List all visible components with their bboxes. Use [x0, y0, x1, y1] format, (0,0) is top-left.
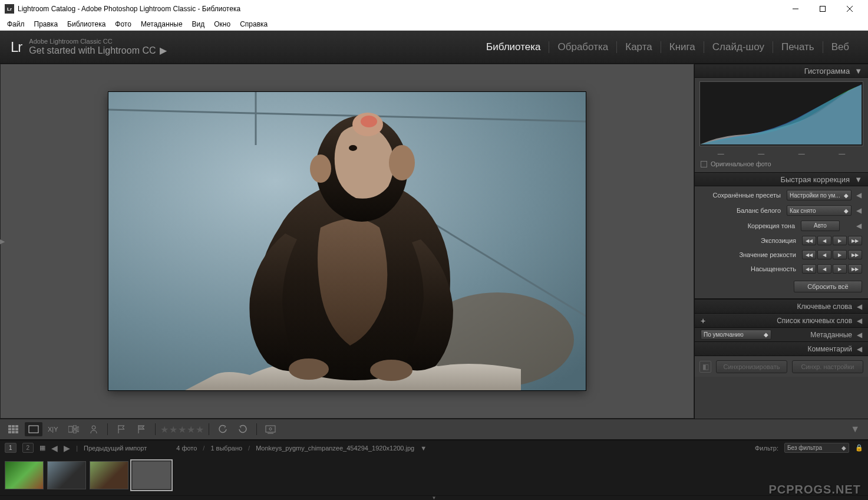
svg-text:X|Y: X|Y: [48, 426, 58, 433]
sync-settings-button[interactable]: Синхр. настройки: [792, 360, 863, 373]
svg-point-15: [289, 358, 329, 380]
menu-library[interactable]: Библиотека: [62, 18, 110, 30]
filmstrip[interactable]: [0, 455, 868, 495]
svg-point-10: [389, 145, 415, 180]
saturation-plus[interactable]: ▶: [833, 264, 847, 274]
svg-rect-26: [29, 426, 38, 433]
plus-icon[interactable]: +: [701, 316, 705, 325]
exposure-big-minus[interactable]: ◀◀: [802, 236, 816, 245]
keywords-panel-header[interactable]: Ключевые слова ◀: [695, 299, 868, 313]
saturation-big-plus[interactable]: ▶▶: [848, 264, 862, 274]
loupe-view-button[interactable]: [25, 422, 42, 436]
lightroom-logo: Lr: [11, 39, 22, 55]
minimize-button[interactable]: [782, 0, 809, 18]
nav-forward-button[interactable]: ▶: [64, 443, 70, 453]
survey-view-button[interactable]: [65, 422, 82, 436]
toolbar-menu-button[interactable]: ▼: [847, 424, 863, 435]
menu-edit[interactable]: Правка: [29, 18, 63, 30]
exposure-minus[interactable]: ◀: [817, 236, 831, 245]
sharpness-minus[interactable]: ◀: [817, 250, 831, 259]
module-map[interactable]: Карта: [617, 41, 661, 53]
comments-panel-header[interactable]: Комментарий ◀: [695, 341, 868, 356]
filter-lock-icon[interactable]: 🔒: [855, 444, 863, 452]
module-print[interactable]: Печать: [773, 41, 823, 53]
histogram-display[interactable]: [699, 81, 863, 146]
filter-select[interactable]: Без фильтра◆: [784, 443, 849, 453]
menu-photo[interactable]: Фото: [110, 18, 136, 30]
image-canvas[interactable]: ▶: [0, 64, 694, 419]
collapse-arrow-icon[interactable]: ◀: [855, 222, 862, 230]
loupe-photo[interactable]: [108, 92, 586, 390]
svg-rect-31: [77, 427, 79, 432]
sync-toggle[interactable]: ◧: [699, 361, 711, 373]
triangle-left-icon: ◀: [857, 345, 862, 353]
collapse-arrow-icon[interactable]: ◀: [855, 206, 862, 215]
nav-back-button[interactable]: ◀: [51, 443, 58, 453]
exposure-big-plus[interactable]: ▶▶: [848, 236, 862, 245]
auto-tone-button[interactable]: Авто: [801, 221, 840, 231]
primary-monitor-button[interactable]: 1: [5, 443, 16, 453]
rotate-ccw-button[interactable]: [214, 422, 232, 436]
tone-corr-label: Коррекция тона: [701, 222, 797, 229]
app-header: Lr Adobe Lightroom Classic CC Get starte…: [0, 31, 868, 64]
menu-view[interactable]: Вид: [187, 18, 210, 30]
svg-point-34: [269, 428, 272, 430]
module-develop[interactable]: Обработка: [549, 41, 617, 53]
grid-view-button[interactable]: [5, 422, 22, 436]
filmstrip-thumb-selected[interactable]: [132, 461, 171, 489]
exposure-plus[interactable]: ▶: [833, 236, 847, 245]
module-web[interactable]: Веб: [823, 41, 857, 53]
maximize-button[interactable]: [809, 0, 836, 18]
source-label[interactable]: Предыдущий импорт: [84, 445, 147, 452]
triangle-down-icon: ▼: [854, 67, 862, 75]
menu-metadata[interactable]: Метаданные: [136, 18, 187, 30]
quick-develop-header[interactable]: Быстрая коррекция ▼: [695, 172, 868, 186]
expand-left-handle[interactable]: ▶: [0, 238, 5, 245]
filmstrip-thumb[interactable]: [47, 461, 86, 489]
flag-pick-button[interactable]: [113, 422, 130, 436]
module-slideshow[interactable]: Слайд-шоу: [704, 41, 773, 53]
secondary-monitor-button[interactable]: 2: [22, 443, 34, 453]
expand-bottom-handle[interactable]: ▼: [0, 495, 868, 500]
window-title: Lightroom Catalog - Adobe Photoshop Ligh…: [18, 5, 782, 13]
collapse-arrow-icon[interactable]: ◀: [855, 191, 862, 199]
sharpness-stepper: ◀◀ ◀ ▶ ▶▶: [802, 250, 862, 259]
menu-file[interactable]: Файл: [2, 18, 29, 30]
header-getstarted[interactable]: Get started with Lightroom CC ▶: [29, 45, 478, 56]
keyword-list-panel-header[interactable]: + Список ключевых слов ◀: [695, 313, 868, 327]
white-balance-select[interactable]: Как снято◆: [787, 205, 852, 216]
module-library[interactable]: Библиотека: [478, 41, 549, 53]
filmstrip-thumb[interactable]: [5, 461, 44, 489]
saturation-label: Насыщенность: [701, 265, 798, 272]
sharpness-big-minus[interactable]: ◀◀: [802, 250, 816, 259]
svg-rect-30: [74, 430, 76, 433]
compare-view-button[interactable]: X|Y: [45, 422, 62, 436]
grid-toggle-icon[interactable]: ▦: [39, 444, 45, 452]
metadata-preset-select[interactable]: По умолчанию◆: [701, 330, 771, 340]
sync-button[interactable]: Синхронизировать: [716, 360, 787, 373]
histogram-panel-header[interactable]: Гистограмма ▼: [695, 64, 868, 78]
menu-help[interactable]: Справка: [235, 18, 272, 30]
reset-all-button[interactable]: Сбросить всё: [794, 281, 862, 292]
histogram-label: Гистограмма: [804, 67, 850, 75]
sharpness-plus[interactable]: ▶: [833, 250, 847, 259]
svg-point-16: [370, 360, 412, 381]
menu-window[interactable]: Окно: [209, 18, 235, 30]
module-book[interactable]: Книга: [661, 41, 704, 53]
flag-reject-button[interactable]: [133, 422, 150, 436]
original-photo-checkbox[interactable]: [701, 161, 707, 167]
saved-presets-select[interactable]: Настройки по ум...◆: [787, 190, 852, 200]
star-rating[interactable]: ★★★★★: [160, 424, 204, 435]
saturation-minus[interactable]: ◀: [817, 264, 831, 274]
filename-dropdown-icon[interactable]: ▼: [420, 445, 427, 452]
slideshow-button[interactable]: [262, 422, 279, 436]
sharpness-big-plus[interactable]: ▶▶: [848, 250, 862, 259]
metadata-panel-header[interactable]: По умолчанию◆ Метаданные ◀: [695, 327, 868, 341]
saved-presets-label: Сохранённые пресеты: [701, 192, 783, 199]
app-icon: Lr: [5, 4, 14, 14]
saturation-big-minus[interactable]: ◀◀: [802, 264, 816, 274]
people-view-button[interactable]: [85, 422, 103, 436]
rotate-cw-button[interactable]: [234, 422, 252, 436]
close-button[interactable]: [836, 0, 863, 18]
filmstrip-thumb[interactable]: [90, 461, 128, 489]
